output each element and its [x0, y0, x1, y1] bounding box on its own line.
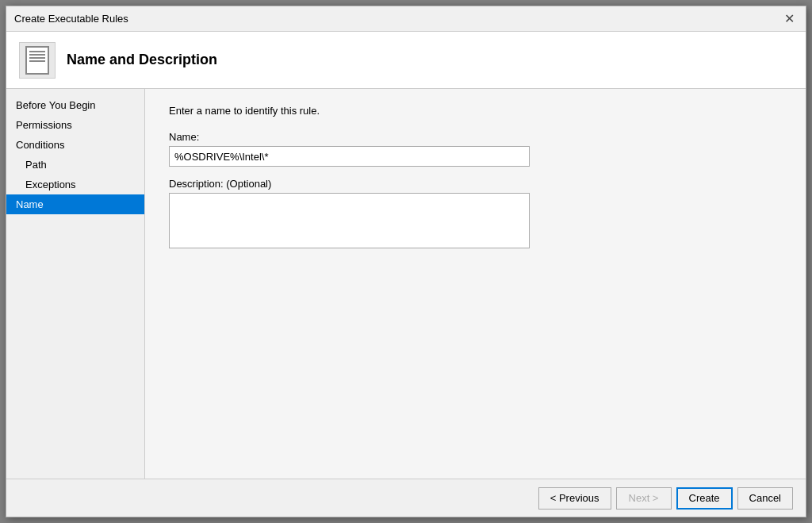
cancel-button[interactable]: Cancel: [737, 487, 793, 510]
sidebar: Before You BeginPermissionsConditionsPat…: [6, 89, 145, 479]
previous-button[interactable]: < Previous: [538, 487, 611, 510]
title-bar: Create Executable Rules ✕: [6, 6, 806, 32]
footer: < Previous Next > Create Cancel: [6, 479, 806, 517]
sidebar-item-exceptions[interactable]: Exceptions: [6, 175, 144, 194]
content-area: Before You BeginPermissionsConditionsPat…: [6, 89, 806, 479]
name-label: Name:: [169, 131, 782, 143]
instruction-text: Enter a name to identify this rule.: [169, 105, 782, 117]
header-area: Name and Description: [6, 32, 806, 89]
main-content: Enter a name to identify this rule. Name…: [145, 89, 806, 479]
create-button[interactable]: Create: [676, 487, 733, 510]
description-label: Description: (Optional): [169, 178, 782, 190]
description-form-group: Description: (Optional): [169, 178, 782, 251]
sidebar-item-conditions[interactable]: Conditions: [6, 135, 144, 155]
sidebar-item-before-you-begin[interactable]: Before You Begin: [6, 95, 144, 115]
name-input[interactable]: [169, 146, 530, 167]
name-form-group: Name:: [169, 131, 782, 167]
document-icon: [25, 46, 49, 75]
next-button[interactable]: Next >: [616, 487, 672, 510]
page-title: Name and Description: [67, 52, 217, 68]
dialog-title: Create Executable Rules: [14, 13, 128, 25]
sidebar-item-name[interactable]: Name: [6, 194, 144, 214]
sidebar-item-permissions[interactable]: Permissions: [6, 115, 144, 135]
header-icon: [19, 42, 56, 79]
close-button[interactable]: ✕: [780, 10, 798, 28]
description-textarea[interactable]: [169, 193, 530, 248]
sidebar-item-path[interactable]: Path: [6, 155, 144, 175]
dialog-window: Create Executable Rules ✕ Name and Descr…: [6, 6, 806, 517]
